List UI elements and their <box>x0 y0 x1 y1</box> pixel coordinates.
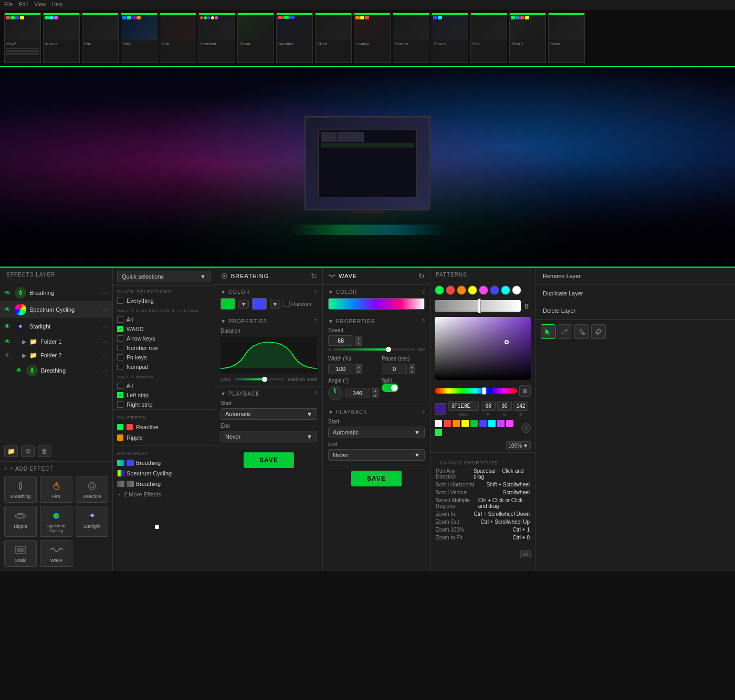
folder-more[interactable]: ··· <box>102 351 108 359</box>
device-card[interactable]: KeyB <box>4 13 41 63</box>
gradient-handle[interactable] <box>478 299 481 313</box>
visibility-icon[interactable]: 👁 <box>4 289 12 296</box>
checkbox-fn-keys[interactable]: Fn keys <box>113 353 215 362</box>
add-spectrum-button[interactable]: Spectrum Cycling <box>40 506 72 537</box>
device-card[interactable]: Mouse <box>43 13 80 63</box>
preset-magenta[interactable] <box>479 285 488 295</box>
duplicate-layer-button[interactable]: Duplicate Layer <box>536 285 735 302</box>
device-card[interactable]: Laptop <box>354 13 391 63</box>
visibility-icon[interactable]: 👁 <box>16 367 23 374</box>
checkbox-icon[interactable] <box>117 354 123 360</box>
speed-slider[interactable] <box>333 348 415 351</box>
eye-icon[interactable]: 👁 <box>4 338 12 345</box>
device-card[interactable]: Fan <box>470 13 507 63</box>
preset-blue[interactable] <box>490 285 499 295</box>
device-card[interactable]: Pad <box>82 13 119 63</box>
preset-orange[interactable] <box>457 285 466 295</box>
folder-item-1[interactable]: 👁 ▶ 📁 Folder 1 ··· <box>0 335 112 348</box>
op-swatch-green[interactable] <box>470 420 478 427</box>
device-card[interactable]: Chair <box>315 13 352 63</box>
checkbox-icon[interactable] <box>117 298 123 304</box>
auto-item-spectrum[interactable]: Spectrum Cycling <box>113 468 215 479</box>
color-swatch-2[interactable] <box>252 298 267 310</box>
checkbox-number-row[interactable]: Number row <box>113 343 215 353</box>
checkbox-icon[interactable]: ✓ <box>117 392 123 398</box>
checkbox-icon[interactable] <box>117 345 123 351</box>
checkbox-numpad[interactable]: Numpad <box>113 362 215 372</box>
end-select[interactable]: Never ▼ <box>220 431 317 442</box>
op-swatch-yellow[interactable] <box>461 420 469 427</box>
device-card[interactable]: Case <box>548 13 585 63</box>
pencil-tool-button[interactable] <box>558 324 572 339</box>
angle-up-button[interactable]: ▲ <box>372 388 379 393</box>
zoom-selector[interactable]: 100% ▼ <box>506 441 531 450</box>
add-static-button[interactable]: Static <box>4 540 37 567</box>
eye-icon[interactable]: 👁 <box>4 352 12 359</box>
app-menu-edit[interactable]: Edit <box>19 2 28 7</box>
visibility-icon[interactable]: 👁 <box>4 323 12 330</box>
app-menu-view[interactable]: View <box>34 2 46 7</box>
op-swatch-orange[interactable] <box>453 420 460 427</box>
preset-green[interactable] <box>435 285 444 295</box>
angle-input[interactable]: 346 <box>345 388 370 398</box>
hex-input[interactable]: 3F1E8E <box>448 401 479 411</box>
checkbox-all-mamba[interactable]: All <box>113 381 215 390</box>
op-swatch-cyan[interactable] <box>488 420 496 427</box>
effect-item-breathing[interactable]: 👁 Breathing ··· <box>0 284 112 301</box>
effect-item-starlight[interactable]: 👁 ✦ Starlight ··· <box>0 318 112 335</box>
gradient-swatch[interactable] <box>435 300 521 312</box>
delete-layer-button[interactable]: Delete Layer <box>536 302 735 320</box>
device-card[interactable]: Screen <box>393 13 429 63</box>
new-folder-button[interactable]: 📁 <box>4 446 18 457</box>
device-card[interactable]: Hub <box>160 13 196 63</box>
help-icon[interactable]: ? <box>422 409 425 415</box>
add-ripple-button[interactable]: Ripple <box>4 506 37 537</box>
wave-refresh-button[interactable]: ↻ <box>418 272 425 280</box>
effect-more-menu[interactable]: ··· <box>102 305 108 314</box>
wave-end-select[interactable]: Never ▼ <box>328 449 425 461</box>
device-card[interactable]: Strip 2 <box>509 13 546 63</box>
preset-cyan[interactable] <box>501 285 510 295</box>
eyedropper-button[interactable]: ⊕ <box>519 385 531 397</box>
effect-item-breathing2[interactable]: 👁 Breathing ··· <box>0 362 112 379</box>
add-breathing-button[interactable]: Breathing <box>4 476 37 503</box>
hue-slider[interactable] <box>435 388 517 394</box>
folder-more[interactable]: ··· <box>102 337 108 346</box>
pause-input[interactable]: 0 <box>382 364 407 374</box>
duration-slider[interactable] <box>234 378 285 380</box>
blue-input[interactable]: 142 <box>513 401 528 411</box>
help-icon[interactable]: ? <box>314 289 317 295</box>
help-icon[interactable]: ? <box>314 319 317 324</box>
pause-down-button[interactable]: ▼ <box>409 369 415 374</box>
help-icon[interactable]: ? <box>422 289 425 295</box>
rename-layer-button[interactable]: Rename Layer <box>536 268 735 285</box>
auto-item-breathing2[interactable]: Breathing <box>113 479 215 489</box>
width-input[interactable]: 100 <box>328 364 353 374</box>
slider-thumb[interactable] <box>386 347 391 352</box>
op-swatch-purple[interactable] <box>497 420 505 427</box>
random-checkbox[interactable]: Random <box>284 301 311 307</box>
delete-gradient-button[interactable]: 🗑 <box>523 302 531 310</box>
device-card[interactable]: Stand <box>237 13 274 63</box>
folder-expand-icon[interactable]: ▶ <box>22 352 26 359</box>
speed-down-button[interactable]: ▼ <box>355 341 362 346</box>
folder-expand-icon[interactable]: ▶ <box>22 338 26 345</box>
more-effects-button[interactable]: ··· 2 More Effects <box>113 489 215 500</box>
preset-white[interactable] <box>512 285 521 295</box>
wave-gradient-bar[interactable] <box>328 298 425 310</box>
start-select[interactable]: Automatic ▼ <box>220 408 317 420</box>
hue-handle[interactable] <box>482 387 486 395</box>
press-item-reactive[interactable]: Reactive <box>113 422 215 432</box>
breathing-refresh-button[interactable]: ↻ <box>311 272 317 280</box>
cursor-tool-button[interactable] <box>541 324 555 339</box>
add-fire-button[interactable]: Fire <box>40 476 72 503</box>
checkbox-icon[interactable]: ✓ <box>117 326 123 332</box>
effect-more-menu[interactable]: ··· <box>102 366 108 375</box>
slider-thumb[interactable] <box>262 377 267 382</box>
op-swatch-blue[interactable] <box>479 420 487 427</box>
angle-dial[interactable] <box>328 386 343 400</box>
random-check-icon[interactable] <box>284 301 290 307</box>
color-swatch-1[interactable] <box>220 298 235 310</box>
bucket-tool-button[interactable] <box>574 324 589 339</box>
checkbox-icon[interactable] <box>117 316 123 323</box>
